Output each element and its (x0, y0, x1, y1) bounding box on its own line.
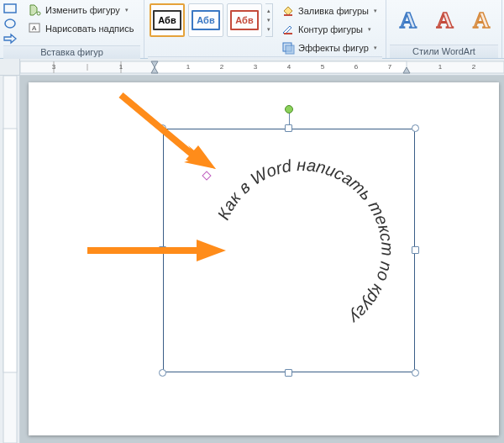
svg-marker-30 (197, 240, 226, 261)
gallery-more-icon[interactable]: ▾ (266, 25, 271, 34)
effects-icon (281, 41, 295, 55)
pen-icon (281, 23, 295, 36)
ribbon-group-shape-styles: Абв Абв Абв ▴ ▾ ▾ Заливка фигуры ▾ Конту… (144, 0, 386, 58)
edit-shape-button[interactable]: Изменить фигуру ▾ (25, 2, 137, 18)
wordart-thumb-2[interactable]: A (428, 3, 462, 37)
svg-rect-29 (87, 247, 201, 254)
shape-outline-button[interactable]: Контур фигуры ▾ (278, 21, 381, 38)
document-area: Как в Word написать текст по кругу (0, 76, 504, 443)
shape-style-thumb-3[interactable]: Абв (227, 3, 262, 37)
svg-rect-10 (155, 61, 407, 73)
svg-rect-0 (4, 4, 16, 13)
shape-outline-label: Контур фигуры (298, 24, 363, 34)
shape-text-content: Как в Word написать текст по кругу (214, 156, 397, 328)
document-page[interactable]: Как в Word написать текст по кругу (29, 82, 499, 435)
svg-text:2: 2 (472, 63, 476, 71)
svg-text:4: 4 (287, 63, 291, 71)
page-viewport: Как в Word написать текст по кругу (20, 76, 504, 443)
svg-text:1: 1 (438, 63, 443, 71)
resize-handle-ne[interactable] (412, 124, 419, 132)
resize-handle-sw[interactable] (159, 369, 166, 377)
edit-shape-icon (29, 3, 42, 17)
annotation-arrow-2 (87, 238, 230, 265)
annotation-arrow-1 (117, 91, 226, 185)
resize-handle-se[interactable] (412, 369, 419, 377)
shape-fill-button[interactable]: Заливка фигуры ▾ (278, 3, 381, 19)
oval-shape-icon[interactable] (3, 17, 17, 30)
ribbon-toolbar: Изменить фигуру ▾ A Нарисовать надпись В… (0, 0, 504, 59)
svg-rect-26 (3, 129, 17, 372)
shape-fill-label: Заливка фигуры (298, 6, 369, 16)
wordart-thumb-1[interactable]: A (391, 3, 425, 37)
shape-effects-label: Эффекты фигур (298, 43, 369, 53)
ruler-horizontal-area: 3 1 123 456 7 12 (0, 59, 504, 76)
textbox-icon: A (29, 22, 42, 35)
svg-point-1 (5, 19, 15, 28)
draw-textbox-label: Нарисовать надпись (45, 24, 134, 34)
shape-effects-button[interactable]: Эффекты фигур ▾ (278, 40, 381, 56)
dropdown-icon: ▾ (374, 8, 377, 14)
svg-rect-6 (284, 33, 292, 34)
bucket-icon (281, 4, 295, 18)
svg-text:6: 6 (354, 63, 359, 71)
ruler-vertical[interactable] (0, 76, 20, 443)
dropdown-icon: ▾ (374, 45, 377, 51)
ribbon-group-wordart-styles: A A A Стили WordArt (386, 0, 502, 58)
ruler-corner (0, 59, 20, 75)
svg-text:3: 3 (52, 63, 56, 71)
shape-style-thumb-2[interactable]: Абв (188, 3, 223, 37)
wordart-thumb-3[interactable]: A (465, 3, 498, 37)
svg-text:1: 1 (186, 63, 191, 71)
draw-textbox-button[interactable]: A Нарисовать надпись (25, 20, 137, 37)
svg-rect-8 (286, 45, 294, 54)
group-label-wordart-styles: Стили WordArt (390, 45, 498, 58)
arrow-shape-icon[interactable] (3, 32, 17, 45)
svg-text:2: 2 (220, 63, 224, 71)
svg-text:A: A (32, 24, 37, 32)
svg-text:1: 1 (119, 63, 123, 71)
gallery-down-icon[interactable]: ▾ (266, 16, 271, 24)
rotation-stem (289, 112, 290, 125)
ruler-horizontal[interactable]: 3 1 123 456 7 12 (20, 59, 504, 75)
svg-text:7: 7 (388, 63, 392, 71)
rectangle-shape-icon[interactable] (3, 2, 17, 15)
gallery-up-icon[interactable]: ▴ (266, 7, 271, 15)
rotation-handle[interactable] (285, 105, 293, 113)
svg-rect-5 (284, 14, 292, 16)
ribbon-group-insert-shapes: Изменить фигуру ▾ A Нарисовать надпись В… (0, 0, 144, 58)
resize-handle-s[interactable] (285, 369, 292, 377)
dropdown-icon: ▾ (125, 7, 129, 13)
dropdown-icon: ▾ (368, 26, 371, 33)
svg-text:5: 5 (321, 63, 325, 71)
group-label-insert-shapes: Вставка фигур (3, 45, 140, 59)
svg-text:3: 3 (254, 63, 258, 71)
svg-text:Как в Word написать текст по к: Как в Word написать текст по кругу (214, 156, 397, 328)
svg-point-2 (37, 12, 40, 15)
resize-handle-e[interactable] (412, 246, 419, 254)
edit-shape-label: Изменить фигуру (45, 5, 120, 15)
shape-style-thumb-1[interactable]: Абв (150, 3, 185, 37)
resize-handle-n[interactable] (285, 124, 292, 132)
